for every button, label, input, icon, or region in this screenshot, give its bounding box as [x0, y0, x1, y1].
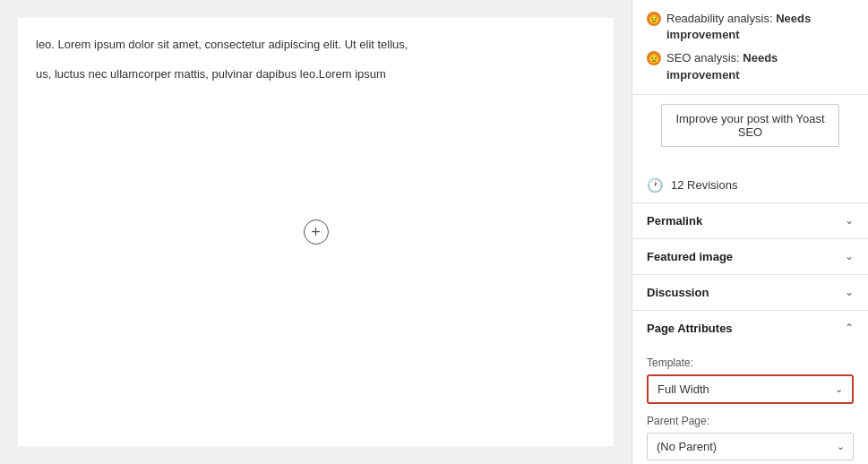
- discussion-accordion-header[interactable]: Discussion ⌄: [632, 275, 868, 310]
- improve-button-wrapper: Improve your post with Yoast SEO: [632, 95, 868, 168]
- analysis-section: 😟 Readability analysis: Needs improvemen…: [632, 0, 868, 95]
- editor-text-line1: leo. Lorem ipsum dolor sit amet, consect…: [36, 36, 596, 55]
- template-select-wrapper: Default Template Full Width No Sidebar ⌄: [647, 374, 854, 404]
- template-select[interactable]: Default Template Full Width No Sidebar: [649, 376, 852, 402]
- featured-image-title: Featured image: [647, 250, 733, 263]
- discussion-accordion: Discussion ⌄: [632, 275, 868, 311]
- revisions-row[interactable]: 🕐 12 Revisions: [632, 168, 868, 203]
- page-attributes-title: Page Attributes: [647, 322, 733, 335]
- readability-text: Readability analysis: Needs improvement: [666, 11, 854, 43]
- seo-status-icon: 😟: [647, 51, 661, 65]
- permalink-accordion-header[interactable]: Permalink ⌄: [632, 203, 868, 238]
- sidebar: 😟 Readability analysis: Needs improvemen…: [632, 0, 868, 464]
- page-attributes-chevron-icon: ⌃: [845, 322, 854, 334]
- readability-analysis-item: 😟 Readability analysis: Needs improvemen…: [647, 11, 854, 43]
- parent-page-select-wrapper: (No Parent) ⌄: [647, 433, 854, 460]
- main-editor-area: leo. Lorem ipsum dolor sit amet, consect…: [0, 0, 632, 464]
- page-attributes-accordion: Page Attributes ⌃ Template: Default Temp…: [632, 311, 868, 464]
- permalink-accordion: Permalink ⌄: [632, 203, 868, 239]
- editor-canvas: leo. Lorem ipsum dolor sit amet, consect…: [18, 18, 614, 446]
- seo-analysis-item: 😟 SEO analysis: Needs improvement: [647, 50, 854, 82]
- revisions-icon: 🕐: [647, 177, 664, 193]
- seo-text: SEO analysis: Needs improvement: [666, 50, 854, 82]
- page-attributes-content: Template: Default Template Full Width No…: [632, 346, 868, 464]
- permalink-title: Permalink: [647, 214, 702, 228]
- readability-status-icon: 😟: [647, 12, 661, 26]
- improve-yoast-button[interactable]: Improve your post with Yoast SEO: [661, 104, 839, 147]
- add-block-button[interactable]: +: [304, 219, 329, 245]
- permalink-chevron-icon: ⌄: [845, 214, 854, 227]
- parent-page-label: Parent Page:: [647, 415, 854, 427]
- template-label: Template:: [647, 357, 854, 369]
- editor-text-line2: us, luctus nec ullamcorper mattis, pulvi…: [36, 65, 596, 84]
- featured-image-accordion-header[interactable]: Featured image ⌄: [632, 239, 868, 274]
- discussion-chevron-icon: ⌄: [845, 286, 854, 298]
- revisions-label: 12 Revisions: [671, 178, 737, 192]
- featured-image-chevron-icon: ⌄: [845, 250, 854, 262]
- featured-image-accordion: Featured image ⌄: [632, 239, 868, 275]
- discussion-title: Discussion: [647, 286, 709, 299]
- page-attributes-accordion-header[interactable]: Page Attributes ⌃: [632, 311, 868, 346]
- parent-page-select[interactable]: (No Parent): [647, 433, 854, 460]
